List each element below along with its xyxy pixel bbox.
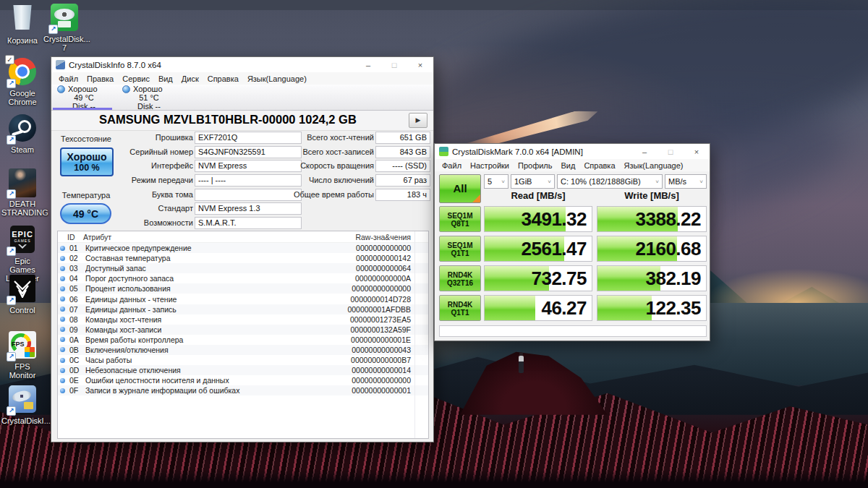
minimize-button[interactable]: –	[631, 144, 658, 159]
menu-view[interactable]: Вид	[154, 74, 177, 83]
test-block: SEQ1M	[447, 212, 472, 220]
epic-icon-text: EPIC	[10, 226, 35, 239]
field-value: S4GJNF0N325591	[195, 146, 302, 158]
desktop-icon-recycle-bin[interactable]: Корзина	[1, 4, 43, 45]
field-label: Прошивка	[99, 133, 193, 142]
chevron-down-icon: ˅	[697, 179, 703, 185]
smart-attr: Критическое предупреждение	[85, 244, 318, 252]
shortcut-arrow-icon: ↗	[7, 352, 16, 361]
desktop-icon-steam[interactable]: ↗ Steam	[1, 114, 43, 154]
read-result-cell: 3491.32	[484, 206, 592, 232]
smart-attr: Записи в журнале информации об ошибках	[85, 386, 318, 395]
read-result-value: 2561.47	[485, 236, 592, 261]
field-label: Стандарт	[99, 204, 193, 213]
minimize-button[interactable]: –	[355, 57, 381, 72]
smart-id: 03	[69, 264, 85, 273]
write-result-value: 3388.22	[597, 207, 706, 231]
maximize-button[interactable]: □	[381, 57, 407, 72]
smart-row: 01Критическое предупреждение000000000000…	[58, 243, 428, 253]
test-count-select[interactable]: 5 ˅	[484, 174, 509, 189]
test-block: SEQ1M	[447, 241, 472, 249]
menu-language[interactable]: Язык(Language)	[243, 74, 311, 83]
status-message-box	[439, 325, 707, 337]
test-button-rnd4k-q32t16[interactable]: RND4K Q32T16	[439, 265, 481, 291]
test-button-seq1m-q1t1[interactable]: SEQ1M Q1T1	[439, 236, 481, 262]
title-bar[interactable]: CrystalDiskMark 7.0.0 x64 [ADMIN] – □ ×	[435, 144, 710, 159]
smart-raw: 0000000000142	[318, 254, 411, 262]
menu-help[interactable]: Справка	[579, 161, 619, 170]
run-all-button[interactable]: All	[439, 174, 481, 203]
smart-id: 04	[69, 274, 85, 283]
smart-raw: 00000000000014	[318, 366, 411, 374]
menu-file[interactable]: Файл	[438, 161, 466, 170]
smart-id: 0D	[69, 366, 85, 374]
test-size-select[interactable]: 1GiB ˅	[511, 174, 555, 189]
desktop-icon-crystaldiskinfo[interactable]: ↗ CrystalDiskI...	[1, 385, 43, 425]
status-dot-icon	[60, 327, 65, 332]
window-title: CrystalDiskInfo 8.7.0 x64	[69, 61, 161, 69]
close-button[interactable]: ×	[407, 57, 433, 72]
write-result-value: 122.35	[597, 296, 706, 320]
write-result-cell: 2160.68	[597, 236, 707, 262]
health-orb-icon	[122, 85, 130, 93]
desktop-icon-fps-monitor[interactable]: FPS ↗ FPS Monitor	[1, 331, 43, 380]
test-queue: Q8T1	[451, 220, 469, 228]
menu-help[interactable]: Справка	[203, 74, 243, 83]
desktop: Корзина ↗ CrystalDisk... 7 ✓ ↗ Google Ch…	[0, 0, 868, 488]
menu-profile[interactable]: Профиль	[514, 161, 557, 170]
smart-attr: Порог доступного запаса	[85, 274, 318, 283]
close-button[interactable]: ×	[684, 144, 710, 159]
menu-bar: Файл Правка Сервис Вид Диск Справка Язык…	[51, 72, 433, 85]
target-drive-select[interactable]: C: 10% (182/1888GiB) ˅	[557, 174, 663, 189]
status-dot-icon	[60, 388, 65, 393]
read-result-cell: 2561.47	[484, 236, 592, 262]
unit-select[interactable]: MB/s ˅	[665, 174, 707, 189]
test-block: RND4K	[448, 271, 472, 279]
desktop-icon-death-stranding[interactable]: ↗ DEATH STRANDING	[1, 168, 43, 217]
tab-temp: 51 °C	[118, 94, 180, 102]
write-result-cell: 122.35	[597, 295, 707, 321]
menu-settings[interactable]: Настройки	[466, 161, 514, 170]
icon-label: Steam	[1, 145, 43, 154]
icon-label: Google Chrome	[1, 89, 43, 106]
smart-row: 06Единицы данных - чтение0000000014D728	[58, 294, 428, 304]
tab-status: Хорошо	[133, 85, 163, 93]
smart-attr: Небезопасные отключения	[85, 366, 318, 374]
field-value: 843 GB	[375, 146, 430, 158]
next-disk-button[interactable]: ▶	[409, 113, 427, 128]
shortcut-arrow-icon: ↗	[7, 296, 16, 305]
selection-checkbox-icon[interactable]: ✓	[5, 55, 14, 64]
menu-language[interactable]: Язык(Language)	[620, 161, 688, 170]
smart-header-attr: Атрибут	[83, 233, 326, 241]
disk-tab-2[interactable]: Хорошо 51 °C Disk --	[118, 85, 180, 109]
smart-id: 07	[69, 305, 85, 314]
field-label: Серийный номер	[99, 147, 193, 156]
smart-raw: 0000000000064	[318, 264, 411, 273]
status-dot-icon	[60, 296, 65, 301]
smart-row: 0EОшибки целостности носителя и данных00…	[58, 375, 428, 385]
smart-id: 0B	[69, 346, 85, 354]
menu-file[interactable]: Файл	[54, 74, 82, 83]
smart-raw: 0000000132A59F	[318, 325, 411, 334]
write-column-header: Write [MB/s]	[597, 190, 707, 203]
test-button-seq1m-q8t1[interactable]: SEQ1M Q8T1	[439, 206, 481, 232]
smart-id: 06	[69, 295, 85, 304]
test-button-rnd4k-q1t1[interactable]: RND4K Q1T1	[439, 295, 481, 321]
smart-raw: 0000000000001E	[318, 335, 411, 344]
icon-label: Корзина	[1, 36, 43, 45]
title-bar[interactable]: CrystalDiskInfo 8.7.0 x64 – □ ×	[51, 57, 433, 72]
field-value: 183 ч	[375, 189, 430, 201]
field-value	[195, 189, 302, 201]
desktop-icon-control[interactable]: ↗ Control	[1, 275, 43, 314]
menu-edit[interactable]: Правка	[82, 74, 118, 83]
menu-function[interactable]: Сервис	[118, 74, 154, 83]
read-result-cell: 46.27	[484, 295, 592, 321]
menu-disk[interactable]: Диск	[177, 74, 203, 83]
menu-view[interactable]: Вид	[556, 161, 579, 170]
desktop-icon-crystaldisk-7[interactable]: ↗ CrystalDisk... 7	[43, 4, 85, 52]
smart-header-raw: Raw-зна&чения	[326, 233, 411, 241]
smart-row: 08Команды хост-чтения00000001273EA5	[58, 314, 428, 325]
disk-tab-1[interactable]: Хорошо 49 °C Disk --	[53, 85, 115, 109]
desktop-icon-google-chrome[interactable]: ✓ ↗ Google Chrome	[1, 58, 43, 106]
maximize-button[interactable]: □	[658, 144, 684, 159]
